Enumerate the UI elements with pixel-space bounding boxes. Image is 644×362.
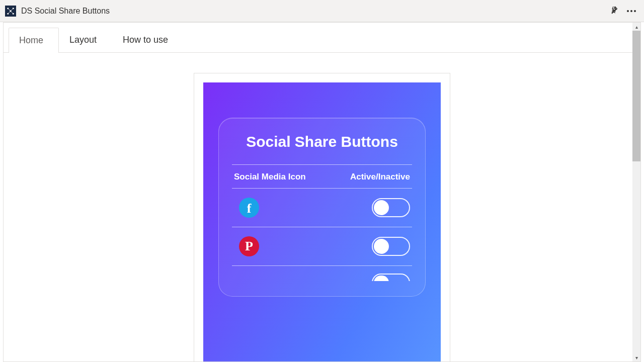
scroll-down-arrow[interactable]: ▾ bbox=[632, 353, 640, 361]
pinterest-toggle[interactable] bbox=[372, 237, 410, 256]
scroll-up-arrow[interactable]: ▴ bbox=[632, 23, 640, 31]
svg-line-6 bbox=[11, 8, 13, 11]
svg-line-8 bbox=[11, 11, 13, 14]
title-bar: DS Social Share Buttons bbox=[0, 0, 644, 22]
preview-card: Social Share Buttons Social Media Icon A… bbox=[194, 73, 450, 361]
col-header-status: Active/Inactive bbox=[350, 172, 410, 182]
pinterest-icon: P bbox=[239, 236, 259, 256]
canvas-area: Social Share Buttons Social Media Icon A… bbox=[4, 53, 640, 361]
app-title: DS Social Share Buttons bbox=[21, 7, 110, 16]
table-row: P bbox=[232, 227, 412, 265]
gradient-panel: Social Share Buttons Social Media Icon A… bbox=[203, 82, 441, 361]
tab-layout[interactable]: Layout bbox=[59, 27, 112, 52]
table-row: f bbox=[232, 189, 412, 227]
app-icon bbox=[5, 6, 16, 17]
panel-title: Social Share Buttons bbox=[232, 133, 412, 150]
toggle-knob bbox=[374, 200, 389, 215]
toggle-knob bbox=[374, 239, 389, 254]
svg-line-5 bbox=[8, 8, 11, 11]
tab-how-to-use[interactable]: How to use bbox=[112, 27, 184, 52]
col-header-icon: Social Media Icon bbox=[234, 172, 306, 182]
title-bar-left: DS Social Share Buttons bbox=[5, 6, 110, 17]
title-bar-right bbox=[610, 6, 639, 16]
pin-icon[interactable] bbox=[610, 6, 618, 16]
facebook-icon: f bbox=[239, 198, 259, 218]
scroll-thumb[interactable] bbox=[632, 31, 640, 161]
svg-line-7 bbox=[8, 11, 11, 14]
more-options-icon[interactable] bbox=[627, 10, 636, 12]
vertical-scrollbar[interactable]: ▴ ▾ bbox=[632, 23, 640, 361]
settings-panel: Social Share Buttons Social Media Icon A… bbox=[218, 118, 426, 297]
partial-toggle[interactable] bbox=[372, 274, 410, 281]
facebook-toggle[interactable] bbox=[372, 198, 410, 217]
table-header: Social Media Icon Active/Inactive bbox=[232, 165, 412, 188]
tab-home[interactable]: Home bbox=[9, 28, 59, 53]
toggle-knob bbox=[374, 276, 389, 281]
tab-bar: Home Layout How to use bbox=[4, 23, 640, 53]
content-area: Home Layout How to use Social Share Butt… bbox=[3, 22, 641, 362]
table-row-partial bbox=[232, 266, 412, 281]
